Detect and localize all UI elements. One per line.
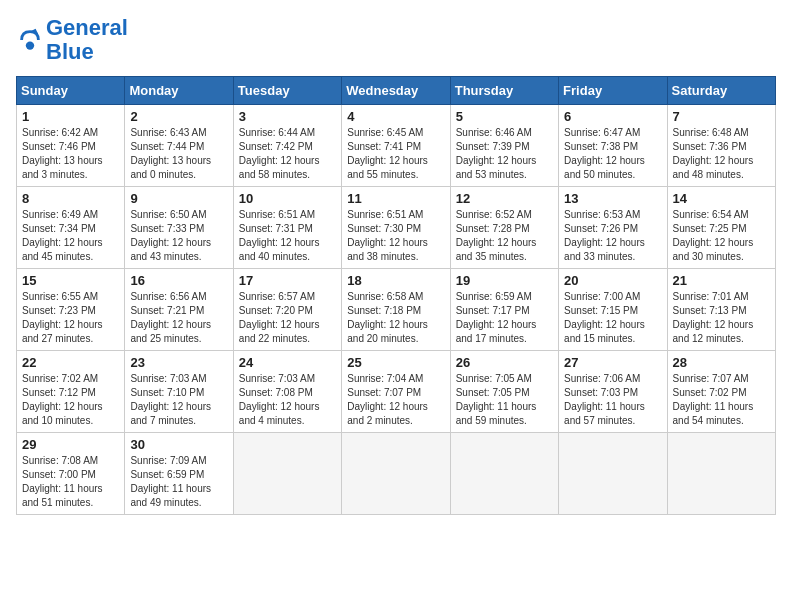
calendar-cell: 15 Sunrise: 6:55 AM Sunset: 7:23 PM Dayl… [17,269,125,351]
calendar-cell [233,433,341,515]
svg-point-0 [26,42,34,50]
day-info: Sunrise: 6:50 AM Sunset: 7:33 PM Dayligh… [130,208,227,264]
day-info: Sunrise: 7:03 AM Sunset: 7:08 PM Dayligh… [239,372,336,428]
weekday-header: Wednesday [342,77,450,105]
calendar-cell: 1 Sunrise: 6:42 AM Sunset: 7:46 PM Dayli… [17,105,125,187]
day-number: 25 [347,355,444,370]
calendar-cell: 3 Sunrise: 6:44 AM Sunset: 7:42 PM Dayli… [233,105,341,187]
calendar-cell [450,433,558,515]
day-number: 1 [22,109,119,124]
logo-text: GeneralBlue [46,16,128,64]
day-info: Sunrise: 6:53 AM Sunset: 7:26 PM Dayligh… [564,208,661,264]
calendar-cell: 9 Sunrise: 6:50 AM Sunset: 7:33 PM Dayli… [125,187,233,269]
day-info: Sunrise: 7:01 AM Sunset: 7:13 PM Dayligh… [673,290,770,346]
calendar-cell: 24 Sunrise: 7:03 AM Sunset: 7:08 PM Dayl… [233,351,341,433]
weekday-header: Sunday [17,77,125,105]
day-number: 9 [130,191,227,206]
weekday-header-row: SundayMondayTuesdayWednesdayThursdayFrid… [17,77,776,105]
calendar-cell [667,433,775,515]
day-info: Sunrise: 7:04 AM Sunset: 7:07 PM Dayligh… [347,372,444,428]
calendar-cell: 28 Sunrise: 7:07 AM Sunset: 7:02 PM Dayl… [667,351,775,433]
calendar-row: 1 Sunrise: 6:42 AM Sunset: 7:46 PM Dayli… [17,105,776,187]
calendar-cell: 11 Sunrise: 6:51 AM Sunset: 7:30 PM Dayl… [342,187,450,269]
day-info: Sunrise: 7:02 AM Sunset: 7:12 PM Dayligh… [22,372,119,428]
calendar-cell: 12 Sunrise: 6:52 AM Sunset: 7:28 PM Dayl… [450,187,558,269]
calendar-row: 15 Sunrise: 6:55 AM Sunset: 7:23 PM Dayl… [17,269,776,351]
day-info: Sunrise: 6:48 AM Sunset: 7:36 PM Dayligh… [673,126,770,182]
day-number: 19 [456,273,553,288]
calendar-cell: 8 Sunrise: 6:49 AM Sunset: 7:34 PM Dayli… [17,187,125,269]
calendar-cell: 7 Sunrise: 6:48 AM Sunset: 7:36 PM Dayli… [667,105,775,187]
day-info: Sunrise: 6:44 AM Sunset: 7:42 PM Dayligh… [239,126,336,182]
day-info: Sunrise: 6:51 AM Sunset: 7:30 PM Dayligh… [347,208,444,264]
calendar-table: SundayMondayTuesdayWednesdayThursdayFrid… [16,76,776,515]
calendar-cell: 13 Sunrise: 6:53 AM Sunset: 7:26 PM Dayl… [559,187,667,269]
weekday-header: Thursday [450,77,558,105]
day-number: 27 [564,355,661,370]
calendar-cell: 5 Sunrise: 6:46 AM Sunset: 7:39 PM Dayli… [450,105,558,187]
day-number: 28 [673,355,770,370]
calendar-cell [342,433,450,515]
day-info: Sunrise: 7:09 AM Sunset: 6:59 PM Dayligh… [130,454,227,510]
day-info: Sunrise: 6:54 AM Sunset: 7:25 PM Dayligh… [673,208,770,264]
day-number: 6 [564,109,661,124]
day-number: 13 [564,191,661,206]
day-number: 17 [239,273,336,288]
day-number: 12 [456,191,553,206]
day-number: 14 [673,191,770,206]
day-number: 8 [22,191,119,206]
calendar-cell: 20 Sunrise: 7:00 AM Sunset: 7:15 PM Dayl… [559,269,667,351]
day-number: 30 [130,437,227,452]
day-number: 29 [22,437,119,452]
day-number: 4 [347,109,444,124]
day-number: 21 [673,273,770,288]
day-info: Sunrise: 6:47 AM Sunset: 7:38 PM Dayligh… [564,126,661,182]
day-number: 26 [456,355,553,370]
day-info: Sunrise: 7:03 AM Sunset: 7:10 PM Dayligh… [130,372,227,428]
day-number: 3 [239,109,336,124]
weekday-header: Tuesday [233,77,341,105]
day-info: Sunrise: 6:45 AM Sunset: 7:41 PM Dayligh… [347,126,444,182]
calendar-cell: 2 Sunrise: 6:43 AM Sunset: 7:44 PM Dayli… [125,105,233,187]
calendar-cell: 17 Sunrise: 6:57 AM Sunset: 7:20 PM Dayl… [233,269,341,351]
calendar-cell: 26 Sunrise: 7:05 AM Sunset: 7:05 PM Dayl… [450,351,558,433]
calendar-row: 22 Sunrise: 7:02 AM Sunset: 7:12 PM Dayl… [17,351,776,433]
day-number: 20 [564,273,661,288]
day-info: Sunrise: 6:52 AM Sunset: 7:28 PM Dayligh… [456,208,553,264]
day-info: Sunrise: 6:46 AM Sunset: 7:39 PM Dayligh… [456,126,553,182]
day-info: Sunrise: 7:07 AM Sunset: 7:02 PM Dayligh… [673,372,770,428]
day-number: 5 [456,109,553,124]
day-number: 11 [347,191,444,206]
day-info: Sunrise: 6:42 AM Sunset: 7:46 PM Dayligh… [22,126,119,182]
day-number: 16 [130,273,227,288]
day-number: 10 [239,191,336,206]
calendar-cell: 16 Sunrise: 6:56 AM Sunset: 7:21 PM Dayl… [125,269,233,351]
calendar-cell: 18 Sunrise: 6:58 AM Sunset: 7:18 PM Dayl… [342,269,450,351]
calendar-cell: 14 Sunrise: 6:54 AM Sunset: 7:25 PM Dayl… [667,187,775,269]
day-info: Sunrise: 6:59 AM Sunset: 7:17 PM Dayligh… [456,290,553,346]
calendar-cell: 25 Sunrise: 7:04 AM Sunset: 7:07 PM Dayl… [342,351,450,433]
calendar-row: 29 Sunrise: 7:08 AM Sunset: 7:00 PM Dayl… [17,433,776,515]
day-info: Sunrise: 7:06 AM Sunset: 7:03 PM Dayligh… [564,372,661,428]
calendar-cell: 6 Sunrise: 6:47 AM Sunset: 7:38 PM Dayli… [559,105,667,187]
day-info: Sunrise: 6:58 AM Sunset: 7:18 PM Dayligh… [347,290,444,346]
calendar-row: 8 Sunrise: 6:49 AM Sunset: 7:34 PM Dayli… [17,187,776,269]
calendar-cell: 21 Sunrise: 7:01 AM Sunset: 7:13 PM Dayl… [667,269,775,351]
calendar-cell: 10 Sunrise: 6:51 AM Sunset: 7:31 PM Dayl… [233,187,341,269]
calendar-cell: 30 Sunrise: 7:09 AM Sunset: 6:59 PM Dayl… [125,433,233,515]
calendar-cell: 4 Sunrise: 6:45 AM Sunset: 7:41 PM Dayli… [342,105,450,187]
day-info: Sunrise: 7:05 AM Sunset: 7:05 PM Dayligh… [456,372,553,428]
calendar-cell: 22 Sunrise: 7:02 AM Sunset: 7:12 PM Dayl… [17,351,125,433]
day-number: 15 [22,273,119,288]
day-number: 18 [347,273,444,288]
day-info: Sunrise: 6:51 AM Sunset: 7:31 PM Dayligh… [239,208,336,264]
day-number: 23 [130,355,227,370]
day-info: Sunrise: 6:56 AM Sunset: 7:21 PM Dayligh… [130,290,227,346]
day-info: Sunrise: 6:43 AM Sunset: 7:44 PM Dayligh… [130,126,227,182]
day-info: Sunrise: 7:08 AM Sunset: 7:00 PM Dayligh… [22,454,119,510]
weekday-header: Monday [125,77,233,105]
logo-icon [16,26,44,54]
calendar-cell: 23 Sunrise: 7:03 AM Sunset: 7:10 PM Dayl… [125,351,233,433]
weekday-header: Friday [559,77,667,105]
day-number: 2 [130,109,227,124]
